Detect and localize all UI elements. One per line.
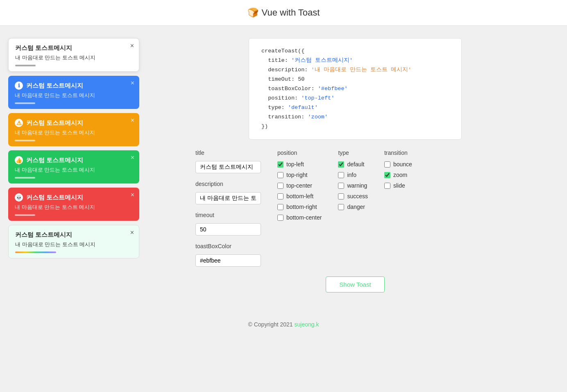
type-col: type default info warning — [338, 150, 368, 267]
type-warning-checkbox[interactable] — [338, 183, 344, 189]
toast-close-info[interactable]: × — [131, 80, 134, 86]
toast-warning-title: 커스텀 토스트메시지 — [26, 119, 83, 127]
form-area: title description timeout toastBoxColor … — [195, 150, 515, 267]
position-bottom-center-checkbox[interactable] — [277, 215, 284, 221]
type-success-checkbox[interactable] — [338, 193, 344, 199]
transition-label: transition — [384, 150, 412, 156]
description-input[interactable] — [195, 192, 261, 204]
type-info-checkbox[interactable] — [338, 172, 344, 178]
form-inputs: title description timeout toastBoxColor — [195, 150, 261, 267]
author-link[interactable]: sujeong.k — [295, 321, 319, 328]
timeout-input[interactable] — [195, 223, 261, 236]
position-bottom-left[interactable]: bottom-left — [277, 193, 322, 199]
toast-custom: × 커스텀 토스트메시지 내 마음대로 만드는 토스트 메시지 — [8, 225, 139, 258]
toast-warning-progress — [15, 140, 35, 141]
show-toast-button[interactable]: Show Toast — [326, 276, 384, 292]
position-top-right[interactable]: top-right — [277, 172, 322, 178]
toast-default-title: 커스텀 토스트메시지 — [15, 44, 72, 52]
description-label: description — [195, 181, 261, 187]
title-input[interactable] — [195, 161, 261, 173]
toast-danger-title: 커스텀 토스트메시지 — [26, 194, 83, 202]
position-top-center[interactable]: top-center — [277, 182, 322, 189]
toast-close-custom[interactable]: × — [130, 229, 134, 236]
toast-custom-title: 커스텀 토스트메시지 — [15, 231, 72, 239]
type-default[interactable]: default — [338, 161, 368, 168]
toast-info-title: 커스텀 토스트메시지 — [26, 82, 83, 90]
transition-slide-checkbox[interactable] — [384, 183, 390, 189]
toast-close-warning[interactable]: × — [131, 117, 134, 124]
position-col: position top-left top-right top-center — [277, 150, 322, 267]
position-label: position — [277, 150, 322, 156]
toast-close-danger[interactable]: × — [131, 192, 134, 198]
type-danger[interactable]: danger — [338, 204, 368, 210]
copyright-text: © Copyright 2021 — [248, 321, 295, 328]
app-title: Vue with Toast — [262, 7, 320, 18]
toast-custom-progress — [15, 252, 56, 253]
toast-warning-desc: 내 마음대로 만드는 토스트 메시지 — [15, 129, 133, 136]
timeout-label: timeout — [195, 212, 261, 218]
bread-icon: 🍞 — [247, 7, 259, 18]
position-bottom-right[interactable]: bottom-right — [277, 204, 322, 210]
position-bottom-left-checkbox[interactable] — [277, 193, 284, 199]
type-label: type — [338, 150, 368, 156]
transition-zoom[interactable]: zoom — [384, 172, 412, 178]
toast-danger: × 💀 커스텀 토스트메시지 내 마음대로 만드는 토스트 메시지 — [8, 188, 139, 221]
toast-list: × 커스텀 토스트메시지 내 마음대로 만드는 토스트 메시지 × ℹ 커스텀 … — [8, 38, 139, 292]
position-checkboxes: top-left top-right top-center bottom-lef… — [277, 161, 322, 221]
toast-warning: × ⚠ 커스텀 토스트메시지 내 마음대로 만드는 토스트 메시지 — [8, 113, 139, 146]
toast-close-success[interactable]: × — [131, 154, 134, 161]
transition-bounce[interactable]: bounce — [384, 161, 412, 168]
toast-custom-desc: 내 마음대로 만드는 토스트 메시지 — [15, 241, 132, 248]
toast-danger-progress — [15, 214, 35, 216]
danger-icon: 💀 — [15, 193, 23, 202]
toast-default-desc: 내 마음대로 만드는 토스트 메시지 — [15, 54, 132, 61]
position-top-right-checkbox[interactable] — [277, 172, 284, 178]
position-top-left-checkbox[interactable] — [277, 161, 284, 168]
toastboxcolor-input[interactable] — [195, 254, 261, 267]
transition-slide[interactable]: slide — [384, 182, 412, 189]
transition-col: transition bounce zoom slide — [384, 150, 412, 267]
toast-close-default[interactable]: × — [130, 43, 134, 49]
info-icon: ℹ — [15, 82, 23, 90]
transition-zoom-checkbox[interactable] — [384, 172, 390, 178]
toastboxcolor-label: toastBoxColor — [195, 243, 261, 249]
toast-success-desc: 내 마음대로 만드는 토스트 메시지 — [15, 166, 133, 174]
type-default-checkbox[interactable] — [338, 161, 344, 168]
toast-info-progress — [15, 102, 35, 104]
success-icon: 👍 — [15, 156, 23, 164]
type-warning[interactable]: warning — [338, 182, 368, 189]
toast-default-progress — [15, 65, 36, 66]
type-checkboxes: default info warning success — [338, 161, 368, 210]
toast-danger-desc: 내 마음대로 만드는 토스트 메시지 — [15, 204, 133, 211]
title-label: title — [195, 150, 261, 156]
toast-default: × 커스텀 토스트메시지 내 마음대로 만드는 토스트 메시지 — [8, 38, 139, 72]
right-content: createToast({ title: '커스텀 토스트메시지' descri… — [152, 38, 559, 292]
toast-success-progress — [15, 177, 35, 179]
code-block: createToast({ title: '커스텀 토스트메시지' descri… — [249, 38, 462, 140]
position-bottom-right-checkbox[interactable] — [277, 204, 284, 210]
position-top-center-checkbox[interactable] — [277, 183, 284, 189]
toast-success-title: 커스텀 토스트메시지 — [26, 156, 83, 164]
app-header: 🍞 Vue with Toast — [0, 0, 567, 26]
type-info[interactable]: info — [338, 172, 368, 178]
position-bottom-center[interactable]: bottom-center — [277, 214, 322, 221]
footer: © Copyright 2021 sujeong.k — [0, 313, 567, 336]
type-danger-checkbox[interactable] — [338, 204, 344, 210]
position-top-left[interactable]: top-left — [277, 161, 322, 168]
warning-icon: ⚠ — [15, 119, 23, 127]
toast-success: × 👍 커스텀 토스트메시지 내 마음대로 만드는 토스트 메시지 — [8, 150, 139, 184]
transition-checkboxes: bounce zoom slide — [384, 161, 412, 189]
toast-info: × ℹ 커스텀 토스트메시지 내 마음대로 만드는 토스트 메시지 — [8, 76, 139, 109]
transition-bounce-checkbox[interactable] — [384, 161, 390, 168]
type-success[interactable]: success — [338, 193, 368, 199]
toast-info-desc: 내 마음대로 만드는 토스트 메시지 — [15, 92, 133, 99]
